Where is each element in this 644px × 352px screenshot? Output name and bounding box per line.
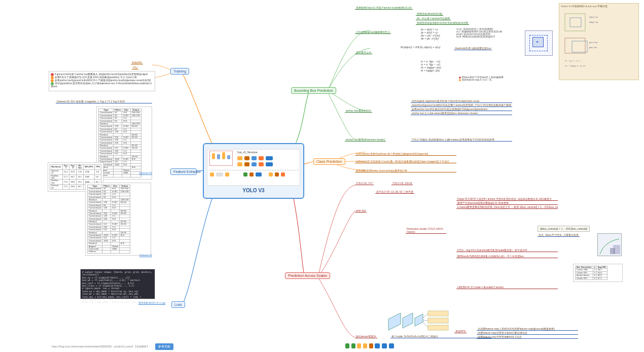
branch-feature-extractor[interactable]: Feature Extractor [170,168,197,175]
backbone-header: Darknet-53: 53个卷积层; ImageNet 上 Top-1 77.… [56,100,152,103]
footer-mid: yolo系列之yolov3 【深度解析】 [113,345,150,348]
iou-distance-note: 优点: 与box尺寸无关, 只看重合程度 [538,233,580,237]
scales-fpn-lines: 从深层feature map上采样2×后与浅层feature map做conca… [477,327,578,339]
scale-strat2: 聚类box多为瘦高型(训练集人/动物等占多)→手工补充宽box [456,255,558,258]
branch-scales[interactable]: Prediction Across Scales [285,272,330,279]
footer-btn[interactable]: 参考文献 [155,343,173,350]
left-note-4: 无论该prediction是否有对应object,只计算objectness l… [51,82,152,88]
svg-marker-2 [388,313,401,330]
bbox-formula-notes: cx,cy: 当前cell的左上角坐标(整数) σ(·): 将偏移限制在0~1内… [456,28,502,38]
footer-link[interactable]: https://blog.csdn.net/leviopku/article/d… [51,345,113,348]
class-line0: multi-label分类替代softmax:每个类别独立做logistic回归… [355,152,456,156]
branch-class-pred[interactable]: Class Prediction [313,158,345,165]
darknet19-table: TypeFiltersSizeOutputConvolutional323×32… [87,185,130,254]
svg-line-10 [423,322,428,328]
center-node[interactable]: Yolo_v3_Structure [203,143,304,199]
svg-marker-4 [415,314,423,326]
svg-rect-16 [572,41,587,52]
class-line1: softmax的互斥假设(每个box仅属一类)在开放集/层次标签(Open Im… [355,160,456,163]
branch-loss[interactable]: Loss [171,301,185,308]
bbox-formula-block: bx = σ(tx) + cx by = σ(ty) + cy bw = pw … [421,28,440,40]
branch-bbox[interactable]: Bounding Box Prediction [291,87,336,94]
bbox-sub0: 预测坐标offset(回归值) [416,12,443,16]
svg-text:tx = g_x − c_x …: tx = g_x − c_x … [565,59,583,62]
scale-strat3: v3采用k=9: 3个scale × 每scale3个anchor [456,286,558,289]
scale-v2: YOLO V2: 13×13 [391,182,413,185]
training-a[interactable]: 初始训练 [131,61,143,64]
priorbox-label[interactable]: prior box [355,209,367,213]
svg-text:σ(ty)+cy: σ(ty)+cy [589,21,598,23]
svg-line-8 [423,313,428,318]
bbox-diagram [525,30,553,56]
cluster-plot [597,233,622,256]
left-note-1: If ground truth与某个anchor box重叠最大,则该ancho… [55,73,148,76]
svg-rect-12 [570,18,581,27]
scale-version: YOLO V1: 7×7 [355,182,374,185]
training-c[interactable]: IOU [132,66,138,69]
anchor-cluster-sub: YOLO V2做法:在训练集bbox上做k-means,距离度量基于IOU而非欧… [411,138,512,142]
bbox-sigmoid-title: 正向传播sigmoid偏移量的意义 [355,30,391,34]
svg-line-9 [423,320,428,321]
loss-link[interactable]: 损失函数每部分含义.jpg [138,301,165,305]
svg-rect-15 [565,38,585,53]
anchor-lines: 对比logistic regression改为对每个bbox给出objectne… [411,99,512,116]
svg-text:ph·e^th: ph·e^th [589,46,597,49]
svg-text:σ(tx)+cx: σ(tx)+cx [589,16,598,18]
svg-marker-3 [403,313,413,328]
bbox-prob-formula: Pr(object) × IOU(b, object) = σ(t₀) [401,46,440,49]
darknet53-link[interactable]: Darknet-53 [139,171,152,175]
loss-code-panel: # output tensor shape: [batch, grid, gri… [80,269,155,299]
left-notes-panel: If ground truth与某个anchor box重叠最大,则该ancho… [49,71,155,91]
scales-fpn-title: 类似FPN [454,330,467,333]
svg-rect-5 [428,311,448,316]
arch-thumbnail: Yolo_v3_Structure [207,149,300,186]
arch-sub-label: Yolo_v3_Structure [237,151,258,154]
darknet53-table-panel: TypeFiltersSizeOutputConvolutional323×32… [96,107,152,180]
handnote-heading: YOLO V3 中坐标回归 & IoU loss 手稿示意 [561,5,637,9]
darknet19-table-panel: TypeFiltersSizeOutputConvolutional323×32… [85,183,151,256]
anchor-cluster-title: anchor box聚类(dimension cluster) [345,138,386,142]
scales-anchor-lines: Faster R-CNN手工设定9个anchor,尺度与长宽比组合; 未必贴合数… [456,197,558,209]
svg-rect-6 [428,318,448,323]
branch-training[interactable]: Training [170,68,189,75]
handnote-panel: YOLO V3 中坐标回归 & IoU loss 手稿示意 σ(tx)+cx σ… [559,3,639,80]
bbox-inverse-title: 反向推导公式 [355,51,372,54]
left-note-3: 如果anchor box与ground truth的IOU均小于阈值,则该anc… [55,79,151,82]
svg-text:tw = log(g_w / p_w): tw = log(g_w / p_w) [565,64,586,67]
scale-strat1: k增大→avg IOU↑但anchor数增多且model复杂度↑; 折中选 k=… [456,249,558,252]
darknet53-table: TypeFiltersSizeOutputConvolutional323×32… [98,109,141,178]
dimcluster-label[interactable]: Dimension cluster (YOLO v2中K-means) [406,227,446,234]
bbox-thresh-note: threshold作用: 滤除低置信度box [454,47,492,50]
svg-rect-11 [565,14,585,31]
svg-rect-1 [610,248,615,254]
center-title: YOLO V3 [242,188,264,193]
boxgen-table: Box Generation#Avg IOUCluster SSE558.7Cl… [575,266,607,280]
scales-output-title: 输出tensor维度3× [355,335,377,338]
anchor-title: anchor box重温与对比 [345,109,372,113]
svg-text:pw·e^tw: pw·e^tw [589,41,598,44]
svg-rect-7 [428,325,448,330]
class-line2: 损失函数使用binary cross-entropy,逐类别计算 [355,169,456,172]
bbox-inverse-block: tx = σ⁻¹(gx − cx) ty = σ⁻¹(gy − cy) tw =… [421,60,441,72]
bbox-sub2: 预测宽高缩放系数而非绝对宽高,限制波动范围 [416,21,469,25]
left-note-2: 如果IOU大于某阈值(0.5),但不是最大IOU,则忽略该prediction,… [55,76,137,79]
fpn-thumbnail [385,306,451,334]
arch-thumb-small [345,343,411,350]
iou-distance-formula: d(box, centroid) = 1 − IOU(box, centroid… [538,226,590,232]
boxgen-table-panel: Box Generation#Avg IOUCluster SSE558.7Cl… [573,264,623,282]
bbox-top: 直接检测(Yolov1) 和基于anchor box的检测(v2,v3) [355,6,413,10]
darknet19-link[interactable]: Darknet-19 [139,254,152,257]
bbox-sub1: 同一中心多个anchor可以预测 [416,17,451,20]
scale-v3: 若YOLO V3: 13, 26, 52 三种尺度 [375,190,414,194]
bbox-inverse-notes: 即bbox相对于所在cell左上角的偏移量 相对feature map大小归一化 [459,76,504,81]
